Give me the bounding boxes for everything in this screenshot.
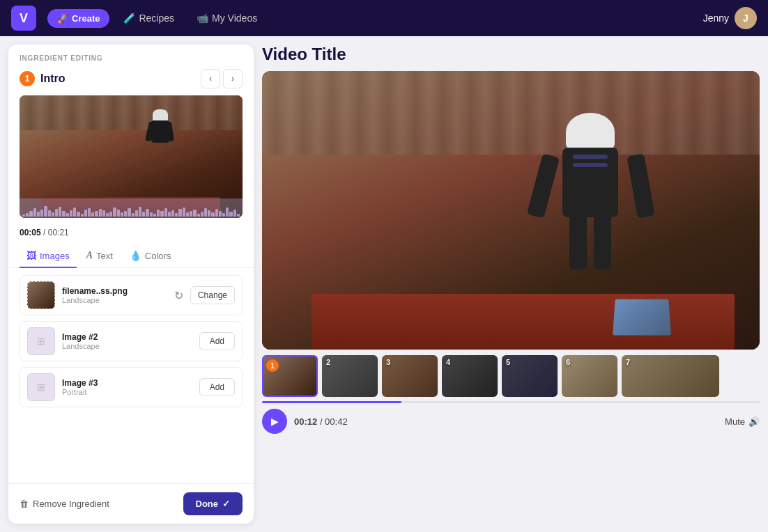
image-info-1: filename..ss.png Landscape: [62, 286, 167, 304]
video-background: [262, 71, 760, 350]
image-thumb-2: ⊞: [27, 327, 55, 355]
rocket-icon: 🚀: [57, 13, 68, 24]
progress-bar-container[interactable]: [262, 401, 760, 403]
image-list: filename..ss.png Landscape ↻ Change ⊞ Im…: [8, 268, 254, 483]
mute-button[interactable]: Mute 🔊: [725, 416, 760, 427]
nav-arrows: ‹ ›: [201, 69, 243, 88]
recipes-nav-link[interactable]: 🧪 Recipes: [115, 8, 183, 28]
image-name-1: filename..ss.png: [62, 286, 167, 296]
panel-bottom: 🗑 Remove Ingredient Done ✓: [8, 483, 254, 524]
playback-row: ▶ 00:12 / 00:42 Mute 🔊: [262, 409, 760, 434]
progress-bar-fill: [262, 401, 401, 403]
time-display: 00:05 / 00:21: [8, 224, 254, 244]
filmstrip-num-7: 7: [626, 358, 630, 366]
username-label: Jenny: [703, 13, 729, 24]
roof-background: [262, 71, 760, 155]
create-button[interactable]: 🚀 Create: [47, 9, 109, 28]
avatar[interactable]: J: [735, 7, 757, 29]
prev-arrow-button[interactable]: ‹: [201, 69, 220, 88]
done-button[interactable]: Done ✓: [183, 492, 243, 515]
filmstrip: 1 2 3 4 5 6 7: [262, 355, 760, 397]
play-button[interactable]: ▶: [262, 409, 287, 434]
waveform: [20, 198, 243, 218]
filmstrip-item-7[interactable]: 7: [622, 355, 719, 397]
main-video-preview: [262, 71, 760, 350]
filmstrip-item-6[interactable]: 6: [562, 355, 617, 397]
image-row: ⊞ Image #3 Portrait Add: [20, 367, 243, 407]
app-logo: V: [11, 6, 36, 31]
my-videos-nav-link[interactable]: 📹 My Videos: [188, 8, 266, 28]
image-type-2: Landscape: [62, 342, 192, 350]
images-tab-icon: 🖼: [26, 250, 36, 261]
robot-leg-left: [569, 214, 587, 269]
main-layout: INGREDIENT EDITING 1 Intro ‹ ›: [0, 36, 768, 532]
video-title: Video Title: [262, 45, 760, 64]
add-image-3-button[interactable]: Add: [199, 378, 235, 396]
image-info-2: Image #2 Landscape: [62, 332, 192, 350]
filmstrip-item-4[interactable]: 4: [442, 355, 498, 397]
video-thumbnail: [20, 95, 243, 218]
right-panel: Video Title: [262, 36, 768, 532]
robot-body: [562, 148, 618, 217]
panel-title: Intro: [40, 72, 195, 85]
panel-header: 1 Intro ‹ ›: [8, 65, 254, 95]
tab-images[interactable]: 🖼 Images: [20, 244, 77, 268]
recipes-icon: 🧪: [123, 13, 135, 24]
trash-icon: 🗑: [20, 499, 29, 509]
image-name-3: Image #3: [62, 378, 192, 388]
tabs-row: 🖼 Images A Text 💧 Colors: [8, 244, 254, 268]
image-thumb-1: [27, 281, 55, 309]
filmstrip-num-5: 5: [506, 358, 510, 366]
filmstrip-item-2[interactable]: 2: [322, 355, 378, 397]
add-image-2-button[interactable]: Add: [199, 332, 235, 350]
tab-text[interactable]: A Text: [79, 244, 120, 268]
tab-colors[interactable]: 💧 Colors: [123, 244, 178, 268]
image-type-1: Landscape: [62, 296, 167, 304]
image-thumb-3: ⊞: [27, 373, 55, 401]
image-type-3: Portrait: [62, 388, 192, 396]
step-badge: 1: [20, 71, 35, 86]
video-icon: 📹: [197, 13, 208, 24]
speaker-icon: 🔊: [748, 416, 760, 427]
image-row: ⊞ Image #2 Landscape Add: [20, 321, 243, 361]
text-tab-icon: A: [86, 250, 93, 261]
filmstrip-num-4: 4: [446, 358, 450, 366]
image-name-2: Image #2: [62, 332, 192, 342]
playback-time: 00:12 / 00:42: [294, 416, 348, 427]
image-row: filename..ss.png Landscape ↻ Change: [20, 275, 243, 315]
robot-leg-right: [594, 214, 611, 269]
user-menu: Jenny J: [703, 7, 757, 29]
image-info-3: Image #3 Portrait: [62, 378, 192, 396]
filmstrip-item-1[interactable]: 1: [262, 355, 318, 397]
filmstrip-num-2: 2: [326, 358, 330, 366]
change-image-button[interactable]: Change: [190, 286, 235, 304]
robot-arm-right: [627, 154, 655, 219]
robot-head: [566, 113, 615, 151]
remove-ingredient-button[interactable]: 🗑 Remove Ingredient: [20, 499, 109, 509]
colors-tab-icon: 💧: [130, 250, 141, 261]
filmstrip-badge-1: 1: [266, 359, 279, 372]
filmstrip-num-6: 6: [566, 358, 570, 366]
next-arrow-button[interactable]: ›: [223, 69, 243, 88]
top-navigation: V 🚀 Create 🧪 Recipes 📹 My Videos Jenny J: [0, 0, 768, 36]
section-label: INGREDIENT EDITING: [8, 45, 254, 65]
filmstrip-item-5[interactable]: 5: [502, 355, 558, 397]
left-panel: INGREDIENT EDITING 1 Intro ‹ ›: [8, 45, 254, 524]
filmstrip-item-3[interactable]: 3: [382, 355, 438, 397]
checkmark-icon: ✓: [222, 499, 230, 509]
refresh-icon: ↻: [174, 289, 183, 302]
filmstrip-num-3: 3: [386, 358, 390, 366]
robot-arm-left: [527, 153, 560, 218]
